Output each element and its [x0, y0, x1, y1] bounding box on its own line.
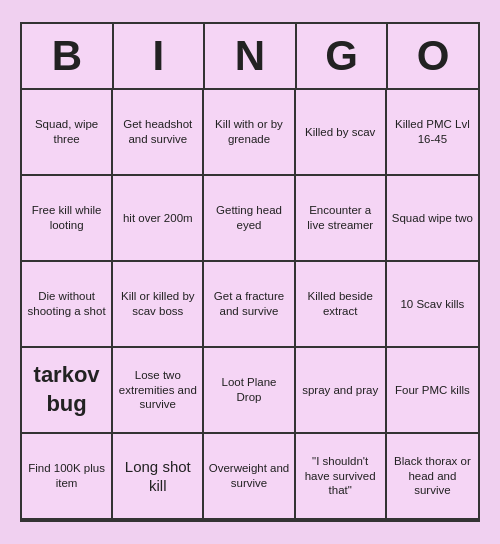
bingo-cell-19[interactable]: Four PMC kills [387, 348, 478, 434]
bingo-header: BINGO [22, 24, 478, 90]
bingo-letter-n: N [205, 24, 297, 88]
bingo-grid: Squad, wipe threeGet headshot and surviv… [22, 90, 478, 520]
bingo-cell-13[interactable]: Killed beside extract [296, 262, 387, 348]
bingo-cell-16[interactable]: Lose two extremities and survive [113, 348, 204, 434]
bingo-cell-15[interactable]: tarkov bug [22, 348, 113, 434]
bingo-cell-5[interactable]: Free kill while looting [22, 176, 113, 262]
bingo-letter-b: B [22, 24, 114, 88]
bingo-cell-3[interactable]: Killed by scav [296, 90, 387, 176]
bingo-cell-23[interactable]: "I shouldn't have survived that" [296, 434, 387, 520]
bingo-cell-4[interactable]: Killed PMC Lvl 16-45 [387, 90, 478, 176]
bingo-cell-0[interactable]: Squad, wipe three [22, 90, 113, 176]
bingo-cell-17[interactable]: Loot Plane Drop [204, 348, 295, 434]
bingo-card: BINGO Squad, wipe threeGet headshot and … [20, 22, 480, 522]
bingo-cell-10[interactable]: Die without shooting a shot [22, 262, 113, 348]
bingo-cell-22[interactable]: Overweight and survive [204, 434, 295, 520]
bingo-cell-24[interactable]: Black thorax or head and survive [387, 434, 478, 520]
bingo-cell-20[interactable]: Find 100K plus item [22, 434, 113, 520]
bingo-cell-12[interactable]: Get a fracture and survive [204, 262, 295, 348]
bingo-cell-8[interactable]: Encounter a live streamer [296, 176, 387, 262]
bingo-cell-6[interactable]: hit over 200m [113, 176, 204, 262]
bingo-letter-g: G [297, 24, 389, 88]
bingo-cell-1[interactable]: Get headshot and survive [113, 90, 204, 176]
bingo-cell-7[interactable]: Getting head eyed [204, 176, 295, 262]
bingo-cell-14[interactable]: 10 Scav kills [387, 262, 478, 348]
bingo-letter-i: I [114, 24, 206, 88]
bingo-cell-21[interactable]: Long shot kill [113, 434, 204, 520]
bingo-cell-2[interactable]: Kill with or by grenade [204, 90, 295, 176]
bingo-cell-11[interactable]: Kill or killed by scav boss [113, 262, 204, 348]
bingo-cell-9[interactable]: Squad wipe two [387, 176, 478, 262]
bingo-letter-o: O [388, 24, 478, 88]
bingo-cell-18[interactable]: spray and pray [296, 348, 387, 434]
